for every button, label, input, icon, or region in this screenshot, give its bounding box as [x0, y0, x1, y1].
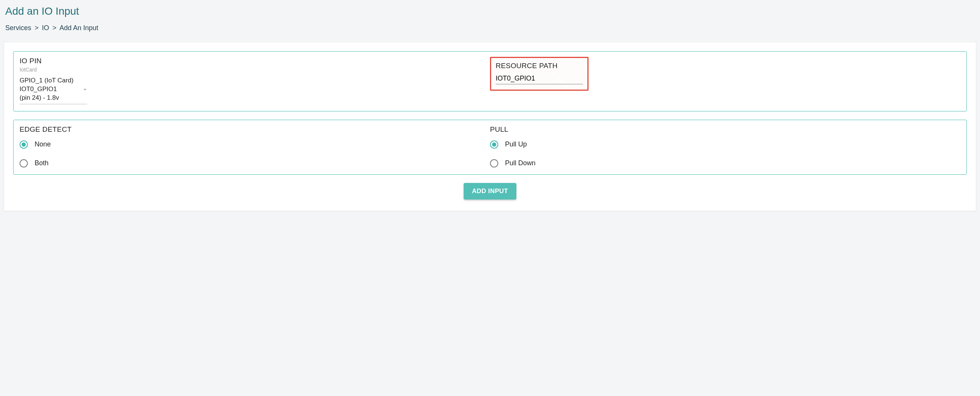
- radio-icon: [19, 141, 28, 148]
- io-pin-heading: IO PIN: [19, 57, 490, 65]
- radio-icon: [490, 159, 498, 168]
- chevron-down-icon: [83, 86, 87, 94]
- options-box: EDGE DETECT None Both PULL: [13, 120, 967, 175]
- breadcrumb-sep: >: [52, 24, 57, 32]
- edge-detect-option-none[interactable]: None: [19, 141, 490, 148]
- pull-col: PULL Pull Up Pull Down: [490, 125, 961, 168]
- radio-label: Both: [35, 159, 49, 167]
- pull-option-down[interactable]: Pull Down: [490, 159, 961, 168]
- breadcrumb-sep: >: [35, 24, 39, 32]
- breadcrumb: Services > IO > Add An Input: [4, 24, 976, 32]
- io-pin-select-line1: GPIO_1 (IoT Card): [19, 77, 87, 85]
- edge-detect-option-both[interactable]: Both: [19, 159, 490, 168]
- page-title: Add an IO Input: [4, 5, 976, 17]
- edge-detect-col: EDGE DETECT None Both: [19, 125, 490, 168]
- resource-path-col: RESOURCE PATH: [490, 57, 961, 104]
- io-pin-col: IO PIN IotCard GPIO_1 (IoT Card) IOT0_GP…: [19, 57, 490, 104]
- edge-detect-group: None Both: [19, 141, 490, 168]
- radio-label: Pull Down: [505, 159, 536, 167]
- breadcrumb-services[interactable]: Services: [5, 24, 31, 32]
- io-pin-sublabel: IotCard: [19, 67, 490, 73]
- add-input-button[interactable]: ADD INPUT: [464, 183, 516, 200]
- breadcrumb-io[interactable]: IO: [42, 24, 49, 32]
- resource-path-highlight: RESOURCE PATH: [490, 57, 589, 91]
- resource-path-heading: RESOURCE PATH: [496, 62, 583, 70]
- radio-label: None: [35, 141, 51, 148]
- edge-detect-heading: EDGE DETECT: [19, 125, 490, 134]
- form-card: IO PIN IotCard GPIO_1 (IoT Card) IOT0_GP…: [4, 42, 976, 211]
- io-pin-box: IO PIN IotCard GPIO_1 (IoT Card) IOT0_GP…: [13, 51, 967, 112]
- pull-group: Pull Up Pull Down: [490, 141, 961, 168]
- radio-icon: [490, 141, 498, 148]
- io-pin-select-line3: (pin 24) - 1.8v: [19, 94, 87, 102]
- breadcrumb-current: Add An Input: [59, 24, 98, 32]
- radio-icon: [19, 159, 28, 168]
- button-row: ADD INPUT: [13, 183, 967, 200]
- radio-label: Pull Up: [505, 141, 527, 148]
- io-pin-select[interactable]: GPIO_1 (IoT Card) IOT0_GPIO1 (pin 24) - …: [19, 77, 87, 104]
- page: Add an IO Input Services > IO > Add An I…: [0, 0, 980, 219]
- io-pin-select-line2: IOT0_GPIO1: [19, 85, 87, 94]
- resource-path-input[interactable]: [496, 74, 583, 84]
- pull-option-up[interactable]: Pull Up: [490, 141, 961, 148]
- pull-heading: PULL: [490, 125, 961, 134]
